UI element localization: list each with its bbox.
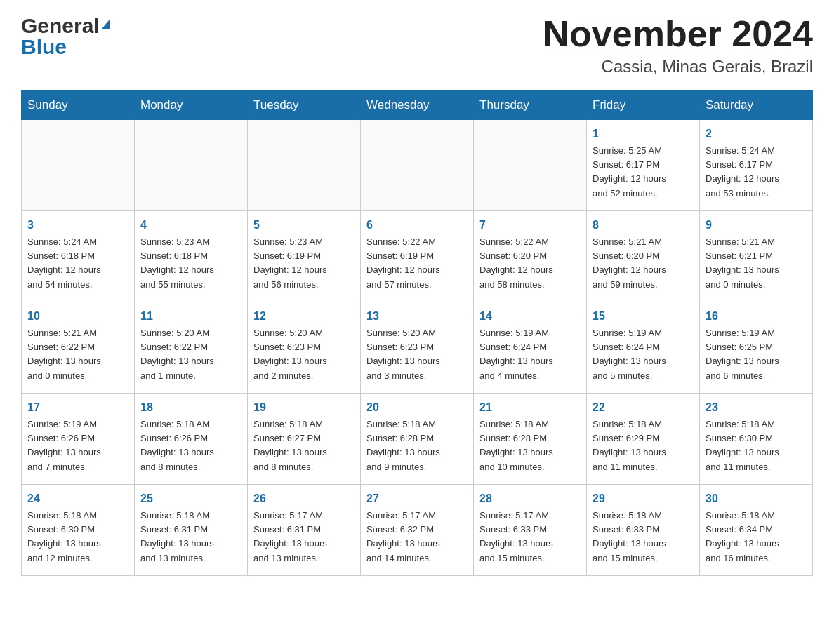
day-info: Sunrise: 5:18 AMSunset: 6:28 PMDaylight:… [479,417,581,474]
calendar-cell: 17Sunrise: 5:19 AMSunset: 6:26 PMDayligh… [22,394,135,485]
calendar-cell: 7Sunrise: 5:22 AMSunset: 6:20 PMDaylight… [474,211,587,302]
weekday-header-row: SundayMondayTuesdayWednesdayThursdayFrid… [22,91,813,120]
calendar-table: SundayMondayTuesdayWednesdayThursdayFrid… [21,90,813,576]
calendar-cell: 9Sunrise: 5:21 AMSunset: 6:21 PMDaylight… [700,211,813,302]
day-info: Sunrise: 5:18 AMSunset: 6:31 PMDaylight:… [140,509,241,565]
calendar-cell: 15Sunrise: 5:19 AMSunset: 6:24 PMDayligh… [587,302,700,394]
day-info: Sunrise: 5:18 AMSunset: 6:33 PMDaylight:… [593,509,694,565]
calendar-cell: 27Sunrise: 5:17 AMSunset: 6:32 PMDayligh… [361,485,474,576]
logo: General Blue [21,14,110,59]
location-subtitle: Cassia, Minas Gerais, Brazil [543,57,813,76]
day-number: 6 [366,217,468,234]
day-number: 15 [593,308,694,325]
day-info: Sunrise: 5:22 AMSunset: 6:20 PMDaylight:… [479,235,581,292]
day-info: Sunrise: 5:18 AMSunset: 6:30 PMDaylight:… [706,417,807,474]
day-info: Sunrise: 5:18 AMSunset: 6:27 PMDaylight:… [253,417,355,474]
day-number: 7 [479,217,581,234]
day-number: 19 [253,399,355,416]
calendar-cell: 1Sunrise: 5:25 AMSunset: 6:17 PMDaylight… [587,120,700,211]
day-number: 18 [140,399,241,416]
calendar-cell: 29Sunrise: 5:18 AMSunset: 6:33 PMDayligh… [587,485,700,576]
calendar-cell [248,120,361,211]
day-number: 29 [593,490,694,507]
day-info: Sunrise: 5:20 AMSunset: 6:22 PMDaylight:… [140,326,241,383]
calendar-cell [361,120,474,211]
calendar-cell: 13Sunrise: 5:20 AMSunset: 6:23 PMDayligh… [361,302,474,394]
day-info: Sunrise: 5:19 AMSunset: 6:25 PMDaylight:… [706,326,807,383]
calendar-cell: 24Sunrise: 5:18 AMSunset: 6:30 PMDayligh… [22,485,135,576]
title-section: November 2024 Cassia, Minas Gerais, Braz… [543,14,813,76]
day-number: 14 [479,308,581,325]
day-number: 25 [140,490,241,507]
logo-triangle-icon [101,20,110,29]
day-number: 3 [27,217,128,234]
day-number: 5 [253,217,355,234]
calendar-cell [474,120,587,211]
day-info: Sunrise: 5:21 AMSunset: 6:20 PMDaylight:… [593,235,694,292]
weekday-header-thursday: Thursday [474,91,587,120]
day-info: Sunrise: 5:17 AMSunset: 6:33 PMDaylight:… [479,509,581,565]
calendar-cell: 6Sunrise: 5:22 AMSunset: 6:19 PMDaylight… [361,211,474,302]
day-number: 1 [593,126,694,142]
calendar-cell: 8Sunrise: 5:21 AMSunset: 6:20 PMDaylight… [587,211,700,302]
calendar-week-row: 3Sunrise: 5:24 AMSunset: 6:18 PMDaylight… [22,211,813,302]
day-info: Sunrise: 5:20 AMSunset: 6:23 PMDaylight:… [366,326,468,383]
day-info: Sunrise: 5:20 AMSunset: 6:23 PMDaylight:… [253,326,355,383]
day-info: Sunrise: 5:25 AMSunset: 6:17 PMDaylight:… [593,144,694,201]
day-number: 9 [706,217,807,234]
weekday-header-sunday: Sunday [22,91,135,120]
day-number: 22 [593,399,694,416]
day-info: Sunrise: 5:17 AMSunset: 6:32 PMDaylight:… [366,509,468,565]
day-number: 13 [366,308,468,325]
page-header: General Blue November 2024 Cassia, Minas… [21,14,813,76]
calendar-cell: 4Sunrise: 5:23 AMSunset: 6:18 PMDaylight… [135,211,248,302]
day-number: 8 [593,217,694,234]
day-number: 12 [253,308,355,325]
calendar-cell: 25Sunrise: 5:18 AMSunset: 6:31 PMDayligh… [135,485,248,576]
calendar-cell: 12Sunrise: 5:20 AMSunset: 6:23 PMDayligh… [248,302,361,394]
day-info: Sunrise: 5:18 AMSunset: 6:29 PMDaylight:… [593,417,694,474]
calendar-week-row: 10Sunrise: 5:21 AMSunset: 6:22 PMDayligh… [22,302,813,394]
day-info: Sunrise: 5:24 AMSunset: 6:18 PMDaylight:… [27,235,128,292]
calendar-cell: 26Sunrise: 5:17 AMSunset: 6:31 PMDayligh… [248,485,361,576]
weekday-header-friday: Friday [587,91,700,120]
day-number: 28 [479,490,581,507]
day-info: Sunrise: 5:19 AMSunset: 6:24 PMDaylight:… [479,326,581,383]
day-info: Sunrise: 5:18 AMSunset: 6:34 PMDaylight:… [706,509,807,565]
calendar-cell: 2Sunrise: 5:24 AMSunset: 6:17 PMDaylight… [700,120,813,211]
calendar-cell: 23Sunrise: 5:18 AMSunset: 6:30 PMDayligh… [700,394,813,485]
calendar-week-row: 1Sunrise: 5:25 AMSunset: 6:17 PMDaylight… [22,120,813,211]
calendar-cell: 18Sunrise: 5:18 AMSunset: 6:26 PMDayligh… [135,394,248,485]
day-number: 24 [27,490,128,507]
day-info: Sunrise: 5:21 AMSunset: 6:21 PMDaylight:… [706,235,807,292]
calendar-cell: 14Sunrise: 5:19 AMSunset: 6:24 PMDayligh… [474,302,587,394]
day-info: Sunrise: 5:19 AMSunset: 6:26 PMDaylight:… [27,417,128,474]
day-number: 17 [27,399,128,416]
calendar-cell: 20Sunrise: 5:18 AMSunset: 6:28 PMDayligh… [361,394,474,485]
day-number: 10 [27,308,128,325]
day-number: 4 [140,217,241,234]
calendar-cell: 11Sunrise: 5:20 AMSunset: 6:22 PMDayligh… [135,302,248,394]
day-info: Sunrise: 5:23 AMSunset: 6:18 PMDaylight:… [140,235,241,292]
weekday-header-saturday: Saturday [700,91,813,120]
calendar-cell: 19Sunrise: 5:18 AMSunset: 6:27 PMDayligh… [248,394,361,485]
day-info: Sunrise: 5:21 AMSunset: 6:22 PMDaylight:… [27,326,128,383]
calendar-cell [22,120,135,211]
day-number: 11 [140,308,241,325]
calendar-cell: 16Sunrise: 5:19 AMSunset: 6:25 PMDayligh… [700,302,813,394]
calendar-cell: 30Sunrise: 5:18 AMSunset: 6:34 PMDayligh… [700,485,813,576]
logo-general-text: General [21,14,100,38]
day-number: 23 [706,399,807,416]
day-number: 21 [479,399,581,416]
day-info: Sunrise: 5:18 AMSunset: 6:30 PMDaylight:… [27,509,128,565]
day-info: Sunrise: 5:23 AMSunset: 6:19 PMDaylight:… [253,235,355,292]
calendar-cell: 28Sunrise: 5:17 AMSunset: 6:33 PMDayligh… [474,485,587,576]
day-number: 2 [706,126,807,142]
calendar-cell: 3Sunrise: 5:24 AMSunset: 6:18 PMDaylight… [22,211,135,302]
calendar-cell: 10Sunrise: 5:21 AMSunset: 6:22 PMDayligh… [22,302,135,394]
day-number: 27 [366,490,468,507]
day-number: 20 [366,399,468,416]
day-number: 26 [253,490,355,507]
calendar-week-row: 24Sunrise: 5:18 AMSunset: 6:30 PMDayligh… [22,485,813,576]
weekday-header-monday: Monday [135,91,248,120]
